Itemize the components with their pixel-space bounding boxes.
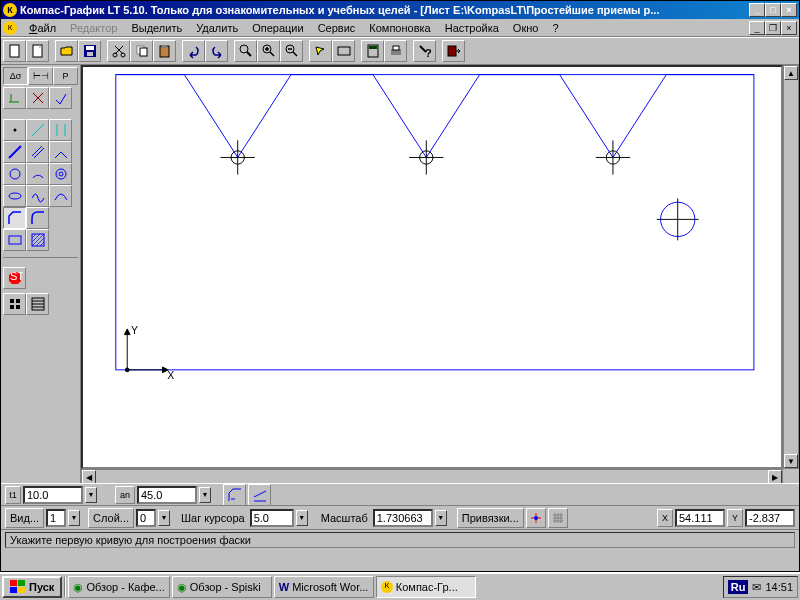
tool-perpendicular[interactable] (49, 141, 72, 163)
snap-toggle-button[interactable] (526, 508, 546, 528)
zoom-button[interactable] (234, 40, 257, 62)
mdi-close-button[interactable]: × (781, 21, 797, 35)
tool-ellipse[interactable] (3, 185, 26, 207)
minimize-button[interactable]: _ (749, 3, 765, 17)
menu-file[interactable]: Файл (23, 21, 62, 35)
new-doc-button[interactable] (26, 40, 49, 62)
context-help-button[interactable]: ? (413, 40, 436, 62)
menu-select[interactable]: Выделить (125, 21, 188, 35)
chamfer-mode2-button[interactable] (248, 484, 271, 506)
tool-chamfer[interactable] (3, 207, 26, 229)
tool-input-coord[interactable] (3, 87, 26, 109)
task-obzor-spiski[interactable]: ◉Обзор - Spiski (172, 576, 272, 598)
tool-circle[interactable] (3, 163, 26, 185)
tray-icon[interactable]: ✉ (752, 581, 761, 594)
status-hint: Укажите первую кривую для построения фас… (5, 532, 795, 548)
print-button[interactable] (384, 40, 407, 62)
mdi-restore-button[interactable]: ❐ (765, 21, 781, 35)
scroll-up-button[interactable]: ▲ (784, 66, 798, 80)
params-lock-button[interactable] (26, 293, 49, 315)
task-obzor-kafe[interactable]: ◉Обзор - Кафе... (68, 576, 169, 598)
system-tray[interactable]: Ru ✉ 14:51 (723, 576, 798, 598)
tool-arc[interactable] (26, 163, 49, 185)
drawing-canvas[interactable]: Y X (81, 65, 783, 469)
menu-delete[interactable]: Удалить (190, 21, 244, 35)
tool-aux-line[interactable] (26, 119, 49, 141)
tab-dimensions[interactable]: ⊢⊣ (28, 67, 53, 85)
open-button[interactable] (55, 40, 78, 62)
tool-point[interactable] (3, 119, 26, 141)
scale-input[interactable]: 1.730663 (373, 509, 433, 527)
layer-button[interactable]: Слой... (88, 508, 134, 528)
tab-rough[interactable]: Р (53, 67, 78, 85)
exit-button[interactable] (442, 40, 465, 62)
tool-rectangle[interactable] (3, 229, 26, 251)
auto-create-button[interactable] (3, 293, 26, 315)
menu-operations[interactable]: Операции (246, 21, 309, 35)
copy-button[interactable] (130, 40, 153, 62)
svg-text:?: ? (425, 47, 432, 59)
save-button[interactable] (78, 40, 101, 62)
menu-settings[interactable]: Настройка (439, 21, 505, 35)
start-button[interactable]: Пуск (2, 576, 62, 598)
svg-rect-18 (393, 46, 399, 50)
menu-layout[interactable]: Компоновка (363, 21, 436, 35)
new-button[interactable] (3, 40, 26, 62)
view-value[interactable]: 1 (46, 509, 66, 527)
task-kompas[interactable]: ККомпас-Гр... (376, 576, 476, 598)
an-input[interactable]: 45.0 (137, 486, 197, 504)
cursor-step-dropdown[interactable]: ▼ (296, 510, 308, 526)
layer-value[interactable]: 0 (136, 509, 156, 527)
tool-fillet[interactable] (26, 207, 49, 229)
t1-label[interactable]: t1 (5, 486, 21, 504)
tool-vertical-line[interactable] (49, 119, 72, 141)
refresh-button[interactable] (309, 40, 332, 62)
title-bar[interactable]: К Компас-График LT 5.10. Только для озна… (1, 1, 799, 19)
tool-parallel[interactable] (26, 141, 49, 163)
scroll-down-button[interactable]: ▼ (784, 454, 798, 468)
lang-indicator[interactable]: Ru (728, 580, 749, 594)
tool-segment[interactable] (3, 141, 26, 163)
view-dropdown[interactable]: ▼ (68, 510, 80, 526)
t1-dropdown[interactable]: ▼ (85, 487, 97, 503)
scale-dropdown[interactable]: ▼ (435, 510, 447, 526)
cut-button[interactable] (107, 40, 130, 62)
tool-spline[interactable] (26, 185, 49, 207)
maximize-button[interactable]: □ (765, 3, 781, 17)
stop-button[interactable]: STOP (3, 267, 26, 289)
tool-hatch[interactable] (26, 229, 49, 251)
mdi-minimize-button[interactable]: _ (749, 21, 765, 35)
tool-bezier[interactable] (49, 185, 72, 207)
svg-rect-42 (10, 580, 17, 586)
undo-button[interactable] (182, 40, 205, 62)
cursor-step-input[interactable]: 5.0 (250, 509, 294, 527)
task-word[interactable]: WMicrosoft Wor... (274, 576, 374, 598)
scroll-left-button[interactable]: ◀ (82, 470, 96, 484)
scroll-right-button[interactable]: ▶ (768, 470, 782, 484)
zoom-in-button[interactable] (257, 40, 280, 62)
zoom-out-button[interactable] (280, 40, 303, 62)
tool-settings[interactable] (49, 87, 72, 109)
menu-service[interactable]: Сервис (312, 21, 362, 35)
t1-input[interactable]: 10.0 (23, 486, 83, 504)
grid-toggle-button[interactable] (548, 508, 568, 528)
tool-ring[interactable] (49, 163, 72, 185)
vertical-scrollbar[interactable]: ▲ ▼ (783, 65, 799, 469)
tab-geometry[interactable]: Δσ (3, 67, 28, 85)
clock[interactable]: 14:51 (765, 581, 793, 593)
menu-help[interactable]: ? (546, 21, 564, 35)
an-label[interactable]: an (115, 486, 135, 504)
snaps-button[interactable]: Привязки... (457, 508, 524, 528)
fit-button[interactable] (332, 40, 355, 62)
close-button[interactable]: × (781, 3, 797, 17)
calc-button[interactable] (361, 40, 384, 62)
menu-window[interactable]: Окно (507, 21, 545, 35)
redo-button[interactable] (205, 40, 228, 62)
view-button[interactable]: Вид... (5, 508, 44, 528)
mdi-icon[interactable]: К (3, 21, 17, 35)
an-dropdown[interactable]: ▼ (199, 487, 211, 503)
paste-button[interactable] (153, 40, 176, 62)
chamfer-mode1-button[interactable] (223, 484, 246, 506)
layer-dropdown[interactable]: ▼ (158, 510, 170, 526)
tool-snap-cross[interactable] (26, 87, 49, 109)
